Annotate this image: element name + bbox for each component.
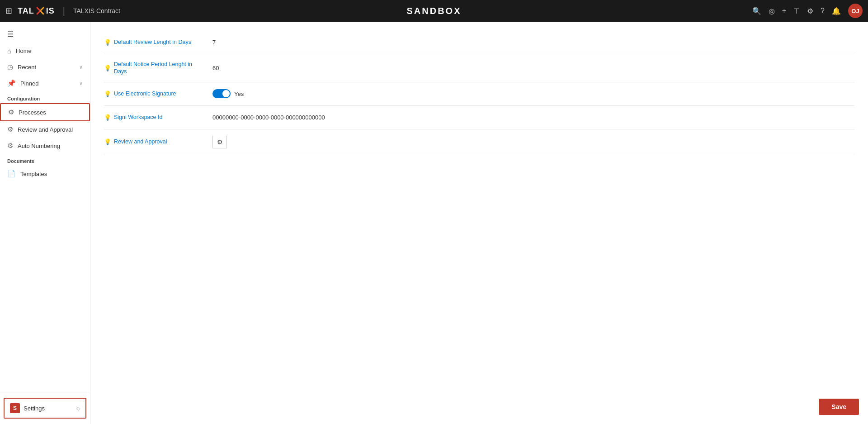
form-row-0: 💡Default Review Lenght in Days7	[104, 31, 854, 54]
documents-section-label: Documents	[0, 154, 90, 166]
form-label-cell-4: 💡Review and Approval	[104, 138, 203, 145]
form-label-cell-0: 💡Default Review Lenght in Days	[104, 38, 203, 46]
form-row-4: 💡Review and Approval⚙	[104, 129, 854, 155]
app-title: TALXIS Contract	[73, 7, 120, 14]
nav-divider: |	[63, 6, 65, 16]
sidebar: ☰ ⌂ Home ◷ Recent ∨ 📌 Pinned ∨ Configura…	[0, 22, 90, 424]
templates-label: Templates	[20, 171, 47, 177]
top-navbar: ⊞ TAL IS | TALXIS Contract SANDBOX 🔍 ◎ +…	[0, 0, 868, 22]
main-layout: ☰ ⌂ Home ◷ Recent ∨ 📌 Pinned ∨ Configura…	[0, 22, 868, 424]
form-label-cell-2: 💡Use Electronic Signature	[104, 90, 203, 97]
sidebar-item-recent[interactable]: ◷ Recent ∨	[0, 59, 90, 75]
form-value-0: 7	[212, 39, 216, 46]
settings-menu-item[interactable]: S Settings ◇	[4, 398, 86, 419]
filter-icon[interactable]: ⊤	[793, 7, 800, 15]
bell-icon[interactable]: 🔔	[832, 7, 841, 15]
help-icon[interactable]: ?	[821, 7, 825, 15]
form-label-cell-1: 💡Default Notice Period Lenght in Days	[104, 61, 203, 76]
talxis-logo: TAL IS	[18, 6, 55, 16]
sidebar-top: ☰ ⌂ Home ◷ Recent ∨ 📌 Pinned ∨ Configura…	[0, 22, 90, 392]
processes-icon: ⚙	[8, 108, 14, 116]
form-label-text-1: Default Notice Period Lenght in Days	[114, 61, 203, 76]
save-button[interactable]: Save	[819, 399, 859, 415]
main-content: 💡Default Review Lenght in Days7💡Default …	[90, 22, 868, 424]
review-icon: ⚙	[7, 125, 13, 133]
pinned-icon: 📌	[7, 79, 16, 87]
sidebar-item-templates[interactable]: 📄 Templates	[0, 166, 90, 182]
avatar[interactable]: OJ	[848, 4, 863, 18]
recent-label: Recent	[18, 64, 36, 71]
gear-button-4[interactable]: ⚙	[212, 136, 227, 148]
info-icon-2: 💡	[104, 91, 111, 97]
review-approval-label: Review and Approval	[18, 126, 73, 133]
form-label-text-4: Review and Approval	[114, 138, 167, 145]
info-icon-0: 💡	[104, 39, 111, 46]
configuration-section-label: Configuration	[0, 91, 90, 103]
recent-chevron-icon: ∨	[79, 64, 83, 70]
sandbox-label: SANDBOX	[406, 6, 461, 16]
recent-icon: ◷	[7, 63, 13, 71]
processes-label: Processes	[19, 109, 46, 116]
save-btn-container: Save	[819, 399, 859, 415]
form-container: 💡Default Review Lenght in Days7💡Default …	[104, 31, 854, 155]
sidebar-item-pinned[interactable]: 📌 Pinned ∨	[0, 75, 90, 91]
form-value-3: 00000000-0000-0000-0000-000000000000	[212, 114, 325, 121]
form-label-text-3: Signi Workspace Id	[114, 114, 162, 121]
home-label: Home	[16, 48, 32, 54]
logo-text-t: TAL	[18, 6, 34, 16]
auto-numbering-icon: ⚙	[7, 142, 13, 150]
sidebar-bottom: S Settings ◇	[0, 392, 90, 424]
logo-x-icon	[35, 6, 45, 16]
pinned-chevron-icon: ∨	[79, 81, 83, 86]
search-icon[interactable]: 🔍	[752, 7, 761, 15]
toggle-container-2: Yes	[212, 89, 244, 98]
toggle-2[interactable]	[212, 89, 231, 98]
home-icon: ⌂	[7, 47, 11, 55]
logo-text-is: IS	[46, 6, 55, 16]
form-row-1: 💡Default Notice Period Lenght in Days60	[104, 54, 854, 82]
sidebar-item-review-approval[interactable]: ⚙ Review and Approval	[0, 121, 90, 138]
form-label-text-2: Use Electronic Signature	[114, 90, 176, 97]
target-icon[interactable]: ◎	[769, 7, 775, 15]
settings-s-badge: S	[10, 403, 20, 413]
sidebar-item-auto-numbering[interactable]: ⚙ Auto Numbering	[0, 138, 90, 154]
nav-right: 🔍 ◎ + ⊤ ⚙ ? 🔔 OJ	[752, 4, 863, 18]
info-icon-4: 💡	[104, 138, 111, 145]
form-row-2: 💡Use Electronic SignatureYes	[104, 82, 854, 106]
toggle-label-2: Yes	[234, 91, 244, 97]
hamburger-icon[interactable]: ☰	[0, 25, 90, 43]
form-label-text-0: Default Review Lenght in Days	[114, 38, 191, 46]
pinned-label: Pinned	[20, 80, 38, 87]
form-label-cell-3: 💡Signi Workspace Id	[104, 114, 203, 121]
settings-icon[interactable]: ⚙	[807, 7, 813, 15]
settings-label: Settings	[24, 405, 45, 412]
info-icon-1: 💡	[104, 65, 111, 71]
info-icon-3: 💡	[104, 114, 111, 121]
auto-numbering-label: Auto Numbering	[18, 143, 60, 149]
form-value-1: 60	[212, 65, 219, 71]
add-icon[interactable]: +	[782, 7, 786, 15]
sidebar-item-processes[interactable]: ⚙ Processes	[0, 103, 90, 121]
form-row-3: 💡Signi Workspace Id00000000-0000-0000-00…	[104, 106, 854, 129]
grid-menu-icon[interactable]: ⊞	[5, 6, 12, 16]
templates-icon: 📄	[7, 170, 16, 178]
settings-chevron-icon: ◇	[76, 405, 80, 411]
sidebar-item-home[interactable]: ⌂ Home	[0, 43, 90, 59]
